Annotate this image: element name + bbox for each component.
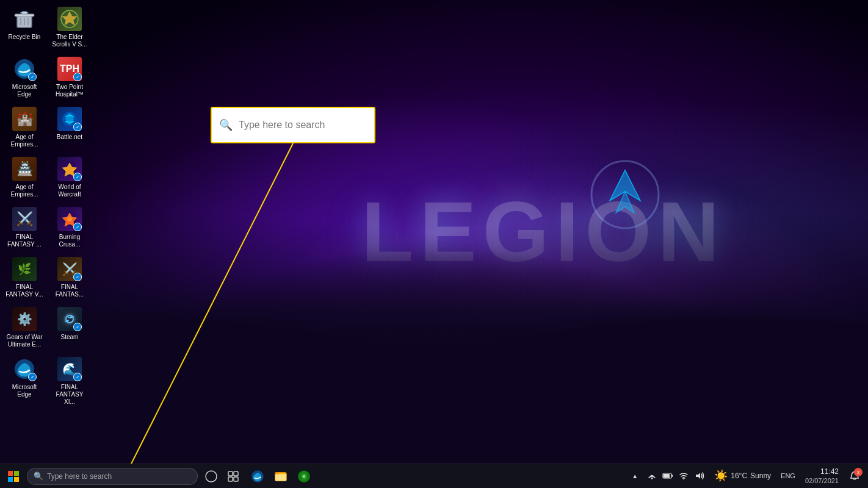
ff1-label: FINAL FANTASY ... — [5, 234, 43, 248]
wow-icon: ✓ — [57, 157, 82, 181]
battle-net-icon: ✓ — [57, 107, 82, 131]
age-icon-2: 🏯 — [12, 157, 37, 181]
ff-f-label: FINAL FANTAS... — [51, 284, 89, 298]
svg-rect-26 — [234, 477, 238, 481]
edge-label-2: Microsoft Edge — [5, 384, 43, 398]
desktop-icon-recycle-bin[interactable]: Recycle Bin — [3, 3, 46, 52]
ff-v-label: FINAL FANTASY V... — [5, 284, 43, 298]
steam-icon: ✓ — [57, 307, 82, 331]
svg-rect-21 — [14, 477, 19, 482]
cortana-button[interactable] — [201, 467, 221, 486]
desktop-icon-gears[interactable]: ⚙️ Gears of War Ultimate E... — [3, 303, 46, 352]
wifi-icon[interactable] — [676, 468, 691, 483]
gears-icon: ⚙️ — [12, 307, 37, 331]
desktop-icon-elder-scrolls[interactable]: The Elder Scrolls V S... — [48, 3, 91, 52]
svg-rect-23 — [228, 472, 233, 476]
desktop-icon-edge-2[interactable]: ✓ Microsoft Edge — [3, 353, 46, 409]
taskbar-pinned-apps: X — [247, 465, 315, 487]
edge-badge-1: ✓ — [28, 73, 37, 81]
battery-icon[interactable] — [660, 468, 675, 483]
desktop-icons-grid: Recycle Bin The Elder Scrolls V S... ✓ — [3, 3, 92, 409]
wow-label: World of Warcraft — [51, 184, 89, 198]
desktop-icon-age-2[interactable]: 🏯 Age of Empires... — [3, 153, 46, 202]
taskbar-clock[interactable]: 11:42 02/07/2021 — [800, 467, 844, 486]
ff-xi-icon: 🌊 ✓ — [57, 357, 82, 381]
desktop-icon-age-1[interactable]: 🏰 Age of Empires... — [3, 103, 46, 152]
legion-watermark: LEGION — [361, 182, 726, 281]
annotation-line — [0, 0, 868, 464]
ff-v-icon: 🌿 — [12, 257, 37, 281]
edge-badge-2: ✓ — [28, 373, 37, 381]
age-icon-1: 🏰 — [12, 107, 37, 131]
desktop-icon-battle-net[interactable]: ✓ Battle.net — [48, 103, 91, 152]
battle-net-label: Battle.net — [57, 134, 82, 141]
taskbar-edge[interactable] — [247, 465, 269, 487]
svg-rect-35 — [664, 474, 670, 478]
taskbar-search-icon: 🔍 — [34, 472, 43, 481]
svg-rect-18 — [8, 471, 13, 476]
elder-scrolls-icon — [57, 7, 82, 31]
desktop-icon-steam[interactable]: ✓ Steam — [48, 303, 91, 352]
svg-rect-24 — [234, 472, 238, 476]
rocks-silhouette — [0, 209, 868, 464]
taskbar-explorer[interactable] — [270, 465, 292, 487]
ff-f-icon: ⚔️ ✓ — [57, 257, 82, 281]
taskbar: 🔍 Type here to search — [0, 464, 868, 488]
desktop-icon-ff-f[interactable]: ⚔️ ✓ FINAL FANTAS... — [48, 253, 91, 302]
ff-f-badge: ✓ — [73, 273, 82, 281]
system-icons — [645, 468, 707, 483]
desktop-icon-ff1[interactable]: ⚔️ FINAL FANTASY ... — [3, 203, 46, 252]
burning-crusade-icon: ✓ — [57, 207, 82, 231]
svg-point-33 — [651, 478, 653, 479]
desktop-icon-ff-xi[interactable]: 🌊 ✓ FINAL FANTASY XI... — [48, 353, 91, 409]
taskbar-weather[interactable]: ☀️ 16°C Sunny — [709, 469, 776, 483]
svg-point-14 — [67, 217, 72, 221]
start-button[interactable] — [2, 465, 24, 487]
notification-center-button[interactable]: 2 — [846, 467, 863, 484]
legion-logo — [588, 158, 662, 231]
search-annotation-box[interactable]: 🔍 — [211, 107, 375, 143]
wow-badge: ✓ — [73, 173, 82, 181]
svg-rect-25 — [228, 477, 233, 481]
desktop-icon-edge-1[interactable]: ✓ Microsoft Edge — [3, 53, 46, 102]
weather-temp: 16°C — [731, 472, 747, 480]
elder-scrolls-label: The Elder Scrolls V S... — [51, 34, 89, 48]
svg-rect-29 — [275, 474, 286, 481]
two-point-icon: TPH ✓ — [57, 57, 82, 81]
task-view-button[interactable] — [223, 467, 243, 486]
svg-line-1 — [125, 143, 293, 464]
svg-rect-3 — [15, 14, 34, 16]
ff-xi-badge: ✓ — [73, 373, 82, 381]
ff-xi-label: FINAL FANTASY XI... — [51, 384, 89, 406]
recycle-bin-label: Recycle Bin — [9, 34, 41, 41]
desktop-icon-two-point[interactable]: TPH ✓ Two Point Hospital™ — [48, 53, 91, 102]
two-point-label: Two Point Hospital™ — [51, 84, 89, 98]
network-icon[interactable] — [645, 468, 659, 483]
desktop-icon-burning-crusade[interactable]: ✓ Burning Crusa... — [48, 203, 91, 252]
edge-icon-1: ✓ — [12, 57, 37, 81]
two-point-badge: ✓ — [73, 73, 82, 81]
svg-rect-36 — [671, 475, 673, 477]
taskbar-search-bar[interactable]: 🔍 Type here to search — [27, 468, 198, 485]
weather-condition: Sunny — [750, 472, 771, 480]
gears-label: Gears of War Ultimate E... — [5, 334, 43, 348]
taskbar-search-text: Type here to search — [47, 472, 112, 481]
taskbar-system-tray: ▲ — [627, 467, 866, 486]
taskbar-xbox[interactable]: X — [293, 465, 315, 487]
edge-icon-2: ✓ — [12, 357, 37, 381]
age-label-2: Age of Empires... — [5, 184, 43, 198]
battle-net-badge: ✓ — [73, 123, 82, 131]
svg-rect-20 — [8, 477, 13, 482]
desktop-icon-wow[interactable]: ✓ World of Warcraft — [48, 153, 91, 202]
tray-chevron[interactable]: ▲ — [627, 468, 642, 483]
desktop-icon-ff-v[interactable]: 🌿 FINAL FANTASY V... — [3, 253, 46, 302]
ff1-icon: ⚔️ — [12, 207, 37, 231]
search-annotation-input[interactable] — [239, 120, 367, 131]
steam-badge: ✓ — [73, 323, 82, 331]
volume-icon[interactable] — [692, 468, 707, 483]
age-label-1: Age of Empires... — [5, 134, 43, 148]
language-indicator[interactable]: ENG — [778, 472, 798, 479]
burning-crusade-badge: ✓ — [73, 223, 82, 231]
steam-label: Steam — [61, 334, 79, 341]
burning-crusade-label: Burning Crusa... — [51, 234, 89, 248]
